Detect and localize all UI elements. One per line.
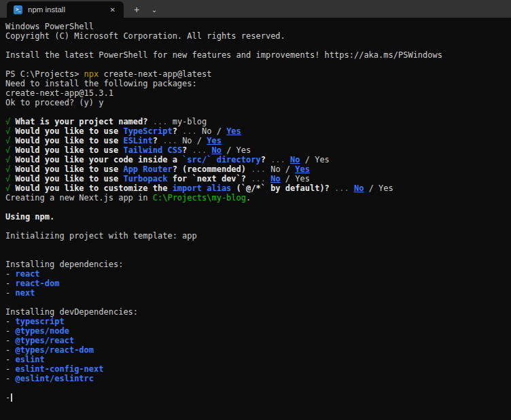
terminal-line xyxy=(5,60,511,69)
terminal-line: - @types/react xyxy=(5,336,511,345)
tab-npm-install[interactable]: >_ npm install ✕ xyxy=(7,1,124,18)
terminal-line: PS C:\Projects> npx create-next-app@late… xyxy=(5,69,511,79)
terminal-line: Ok to proceed? (y) y xyxy=(5,98,511,107)
terminal-line: Need to install the following packages: xyxy=(5,79,511,88)
terminal-line: √ Would you like to use ESLint? ... No /… xyxy=(5,136,511,145)
terminal-line xyxy=(5,41,511,50)
terminal-line: √ Would you like to use App Router? (rec… xyxy=(5,164,511,174)
terminal-line xyxy=(5,241,511,250)
terminal-line: - xyxy=(5,393,511,402)
terminal-line: create-next-app@15.3.1 xyxy=(5,88,511,98)
terminal-line: Initializing project with template: app xyxy=(5,231,511,241)
terminal-line: - @types/react-dom xyxy=(5,345,511,355)
terminal-line: - react-dom xyxy=(5,279,511,288)
terminal-line xyxy=(5,383,511,393)
terminal-line: - eslint xyxy=(5,355,511,364)
terminal-line: Using npm. xyxy=(5,212,511,222)
terminal-line: √ Would you like to use Turbopack for `n… xyxy=(5,174,511,183)
terminal-line: Windows PowerShell xyxy=(5,22,511,31)
terminal-window: >_ npm install ✕ + ⌄ Windows PowerShellC… xyxy=(0,0,511,420)
tab-dropdown-button[interactable]: ⌄ xyxy=(145,1,163,18)
close-tab-icon[interactable]: ✕ xyxy=(107,5,118,15)
terminal-line xyxy=(5,250,511,260)
terminal-line: √ What is your project named? ... my-blo… xyxy=(5,117,511,126)
terminal-line: √ Would you like to use TypeScript? ... … xyxy=(5,126,511,136)
terminal-line: Installing dependencies: xyxy=(5,260,511,269)
terminal-line: - react xyxy=(5,269,511,279)
terminal-line: Creating a new Next.js app in C:\Project… xyxy=(5,193,511,203)
terminal-line: - typescript xyxy=(5,317,511,326)
terminal-line: Copyright (C) Microsoft Corporation. All… xyxy=(5,31,511,41)
titlebar: >_ npm install ✕ + ⌄ xyxy=(0,0,511,18)
terminal-line: - next xyxy=(5,288,511,298)
terminal-line xyxy=(5,203,511,212)
terminal-line: Install the latest PowerShell for new fe… xyxy=(5,50,511,60)
powershell-icon: >_ xyxy=(14,5,22,14)
terminal-line: - eslint-config-next xyxy=(5,364,511,374)
terminal-line: √ Would you like to customize the import… xyxy=(5,183,511,193)
terminal-line: - @types/node xyxy=(5,326,511,336)
terminal-line xyxy=(5,222,511,231)
terminal-line: √ Would you like to use Tailwind CSS? ..… xyxy=(5,145,511,155)
tab-title: npm install xyxy=(28,5,107,14)
terminal-line xyxy=(5,298,511,307)
new-tab-button[interactable]: + xyxy=(128,1,145,18)
terminal-line xyxy=(5,107,511,117)
text-cursor xyxy=(11,393,12,402)
terminal-line: √ Would you like your code inside a `src… xyxy=(5,155,511,164)
terminal-output[interactable]: Windows PowerShellCopyright (C) Microsof… xyxy=(0,18,511,420)
terminal-line: Installing devDependencies: xyxy=(5,307,511,317)
terminal-line: - @eslint/eslintrc xyxy=(5,374,511,383)
